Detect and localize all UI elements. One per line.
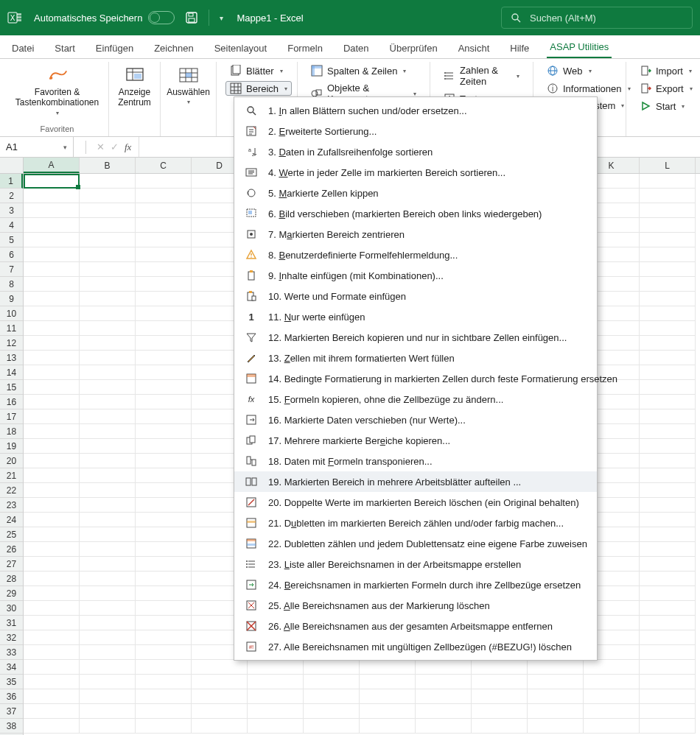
cell[interactable]: [248, 704, 304, 719]
cell[interactable]: [24, 527, 80, 542]
menu-item-17[interactable]: 17. Mehrere markierte Bereiche kopieren.…: [234, 430, 597, 451]
cell[interactable]: [640, 542, 696, 557]
row-header[interactable]: 15: [0, 380, 23, 395]
tab-formeln[interactable]: Formeln: [284, 38, 326, 58]
cancel-formula-icon[interactable]: ✕: [97, 141, 105, 152]
row-header[interactable]: 10: [0, 306, 23, 321]
cell[interactable]: [80, 527, 136, 542]
cell[interactable]: [640, 586, 696, 601]
cell[interactable]: [24, 645, 80, 660]
cell[interactable]: [640, 616, 696, 630]
menu-item-7[interactable]: 7. Markierten Bereich zentrieren: [234, 224, 597, 245]
cell[interactable]: [640, 233, 696, 247]
cell[interactable]: [416, 719, 472, 734]
cell[interactable]: [472, 675, 528, 689]
tab-start[interactable]: Start: [52, 38, 77, 58]
cell[interactable]: [528, 719, 584, 734]
row-header[interactable]: 4: [0, 218, 23, 233]
cell[interactable]: [136, 395, 192, 409]
cell[interactable]: [360, 660, 416, 675]
menu-item-20[interactable]: 20. Doppelte Werte im markierten Bereich…: [234, 492, 597, 513]
cell[interactable]: [24, 306, 80, 321]
cell[interactable]: [640, 336, 696, 351]
cell[interactable]: [304, 704, 360, 719]
row-header[interactable]: 24: [0, 513, 23, 527]
cell[interactable]: [80, 351, 136, 365]
row-header[interactable]: 21: [0, 468, 23, 483]
cell[interactable]: [24, 616, 80, 630]
cell[interactable]: [136, 439, 192, 454]
menu-item-27[interactable]: #!27. Alle Bereichsnamen mit ungültigen …: [234, 636, 597, 657]
tab-hilfe[interactable]: Hilfe: [507, 38, 532, 58]
row-header[interactable]: 3: [0, 203, 23, 218]
tab-asap-utilities[interactable]: ASAP Utilities: [547, 37, 612, 58]
cell[interactable]: [640, 351, 696, 365]
cell[interactable]: [80, 233, 136, 247]
cell[interactable]: [640, 483, 696, 498]
menu-item-23[interactable]: 23. Liste aller Bereichsnamen in der Arb…: [234, 554, 597, 574]
cell[interactable]: [24, 203, 80, 218]
cell[interactable]: [192, 675, 248, 689]
cell[interactable]: [360, 719, 416, 734]
cell[interactable]: [80, 189, 136, 203]
menu-item-3[interactable]: az3. Daten in Zufallsreihenfolge sortier…: [234, 141, 597, 162]
cell[interactable]: [248, 719, 304, 734]
menu-item-21[interactable]: 21. Dubletten im markierten Bereich zähl…: [234, 513, 597, 533]
cell[interactable]: [640, 660, 696, 675]
cell[interactable]: [24, 174, 80, 189]
cell[interactable]: [80, 262, 136, 277]
cell[interactable]: [416, 704, 472, 719]
row-header[interactable]: 13: [0, 351, 23, 365]
column-header[interactable]: L: [640, 158, 696, 173]
cell[interactable]: [24, 233, 80, 247]
cell[interactable]: [640, 277, 696, 292]
accept-formula-icon[interactable]: ✓: [111, 141, 119, 152]
cell[interactable]: [472, 689, 528, 704]
menu-item-26[interactable]: 26. Alle Bereichsnamen aus der gesamten …: [234, 616, 597, 636]
cell[interactable]: [640, 527, 696, 542]
cell[interactable]: [640, 513, 696, 527]
cell[interactable]: [640, 365, 696, 380]
cell[interactable]: [24, 660, 80, 675]
cell[interactable]: [136, 675, 192, 689]
cell[interactable]: [136, 306, 192, 321]
cell[interactable]: [80, 675, 136, 689]
cell[interactable]: [24, 321, 80, 336]
cell[interactable]: [80, 689, 136, 704]
tab-seitenlayout[interactable]: Seitenlayout: [211, 38, 270, 58]
informationen-button[interactable]: iInformationen▾: [542, 81, 635, 96]
row-header[interactable]: 5: [0, 233, 23, 247]
cell[interactable]: [136, 336, 192, 351]
cell[interactable]: [24, 513, 80, 527]
cell[interactable]: [80, 616, 136, 630]
cell[interactable]: [24, 557, 80, 572]
cell[interactable]: [640, 601, 696, 616]
cell[interactable]: [24, 395, 80, 409]
row-header[interactable]: 28: [0, 572, 23, 586]
menu-item-18[interactable]: 18. Daten mit Formeln transponieren...: [234, 451, 597, 471]
row-header[interactable]: 36: [0, 689, 23, 704]
name-box[interactable]: A1 ▾: [0, 137, 74, 157]
cell[interactable]: [584, 689, 640, 704]
row-header[interactable]: 32: [0, 630, 23, 645]
cell[interactable]: [360, 675, 416, 689]
tab-ansicht[interactable]: Ansicht: [455, 38, 493, 58]
cell[interactable]: [640, 675, 696, 689]
cell[interactable]: [80, 395, 136, 409]
cell[interactable]: [136, 424, 192, 439]
cell[interactable]: [640, 468, 696, 483]
cell[interactable]: [640, 498, 696, 513]
row-header[interactable]: 31: [0, 616, 23, 630]
cell[interactable]: [416, 689, 472, 704]
cell[interactable]: [584, 704, 640, 719]
cell[interactable]: [640, 292, 696, 306]
menu-item-10[interactable]: 10. Werte und Formate einfügen: [234, 286, 597, 306]
menu-item-19[interactable]: 19. Markierten Bereich in mehrere Arbeit…: [234, 471, 597, 492]
cell[interactable]: [136, 572, 192, 586]
cell[interactable]: [80, 409, 136, 424]
row-header[interactable]: 33: [0, 645, 23, 660]
select-all-corner[interactable]: [0, 158, 23, 174]
cell[interactable]: [24, 601, 80, 616]
cell[interactable]: [24, 262, 80, 277]
row-header[interactable]: 37: [0, 704, 23, 719]
